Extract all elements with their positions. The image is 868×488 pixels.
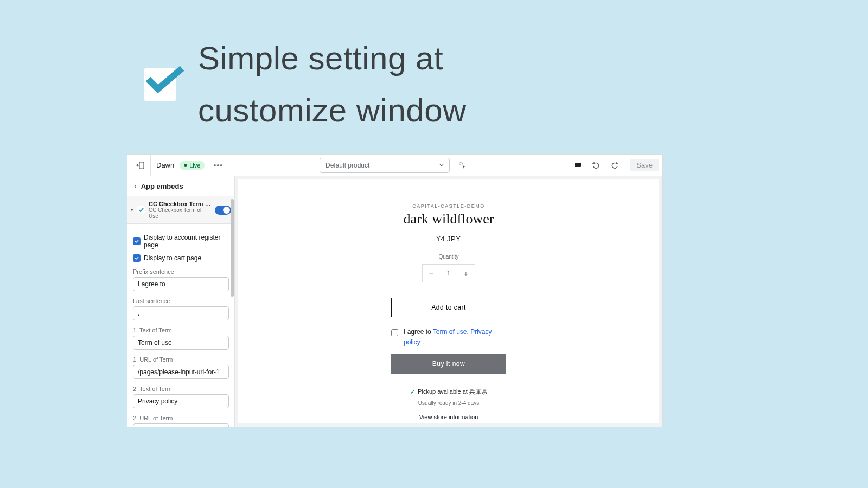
caret-down-icon: ▾ — [131, 207, 133, 213]
quantity-decrease-button[interactable]: − — [423, 265, 440, 282]
field-label: 1. Text of Term — [133, 327, 229, 333]
checkmark-icon — [144, 68, 176, 101]
app-embed-row[interactable]: ▾ CC Checkbox Term of... CC Checkbox Ter… — [127, 196, 234, 224]
store-info-link[interactable]: View store information — [419, 414, 478, 420]
svg-rect-2 — [575, 163, 581, 167]
sidebar-scrollbar[interactable] — [230, 198, 234, 427]
field-label: 1. URL of Term — [133, 356, 229, 363]
theme-name: Dawn — [151, 161, 180, 169]
more-button[interactable]: ••• — [210, 159, 226, 172]
back-icon[interactable]: ‹ — [134, 182, 137, 190]
quantity-label: Quantity — [438, 254, 458, 260]
live-badge: Live — [180, 161, 205, 170]
field-label: 2. URL of Term — [133, 415, 229, 421]
check-icon: ✓ — [410, 388, 416, 396]
checkbox-cart-page[interactable]: Display to cart page — [133, 254, 229, 262]
preview-pane: CAPITAL-CASTLE-DEMO dark wildflower ¥4 J… — [238, 179, 659, 423]
term-of-use-link[interactable]: Term of use — [433, 328, 467, 336]
undo-button[interactable] — [589, 158, 604, 173]
product-price: ¥4 JPY — [437, 235, 461, 243]
agree-terms-row: I agree to Term of use, Privacy policy . — [391, 327, 506, 348]
pickup-availability: ✓ Pickup available at 兵庫県 — [410, 388, 487, 396]
hero-banner: Simple setting at customize window — [144, 33, 467, 137]
prefix-sentence-input[interactable] — [133, 277, 229, 291]
theme-editor-window: Dawn Live ••• Default product Save — [127, 154, 663, 427]
enable-toggle[interactable] — [215, 206, 231, 215]
field-label: Last sentence — [133, 298, 229, 304]
svg-rect-0 — [139, 162, 144, 169]
last-sentence-input[interactable] — [133, 306, 229, 320]
field-label: 2. Text of Term — [133, 386, 229, 392]
quantity-stepper: − 1 + — [422, 264, 475, 282]
sidebar-header[interactable]: ‹ App embeds — [127, 176, 234, 196]
desktop-view-button[interactable] — [570, 158, 585, 173]
term2-url-input[interactable] — [133, 423, 229, 427]
redo-button[interactable] — [607, 158, 622, 173]
term1-text-input[interactable] — [133, 336, 229, 350]
product-vendor: CAPITAL-CASTLE-DEMO — [412, 203, 484, 209]
exit-button[interactable] — [131, 157, 150, 174]
hero-title: Simple setting at customize window — [198, 33, 467, 137]
checkbox-register-page[interactable]: Display to account register page — [133, 234, 229, 249]
quantity-value: 1 — [440, 269, 457, 277]
chevron-down-icon — [439, 163, 444, 168]
app-icon — [137, 206, 145, 214]
agree-text: I agree to Term of use, Privacy policy . — [404, 327, 506, 348]
settings-sidebar: ‹ App embeds ▾ CC Checkbox Term of... CC… — [127, 176, 235, 427]
field-label: Prefix sentence — [133, 268, 229, 275]
product-title: dark wildflower — [404, 211, 494, 227]
buy-it-now-button[interactable]: Buy it now — [391, 354, 506, 374]
term2-text-input[interactable] — [133, 394, 229, 408]
template-select[interactable]: Default product — [320, 158, 450, 173]
ready-text: Usually ready in 2-4 days — [418, 400, 479, 406]
inspector-button[interactable] — [455, 158, 470, 173]
svg-rect-3 — [577, 168, 579, 168]
save-button[interactable]: Save — [630, 159, 659, 171]
svg-rect-1 — [459, 162, 462, 165]
agree-checkbox[interactable] — [391, 329, 398, 336]
quantity-increase-button[interactable]: + — [457, 265, 475, 282]
add-to-cart-button[interactable]: Add to cart — [391, 298, 506, 317]
term1-url-input[interactable] — [133, 365, 229, 379]
topbar: Dawn Live ••• Default product Save — [127, 155, 662, 176]
